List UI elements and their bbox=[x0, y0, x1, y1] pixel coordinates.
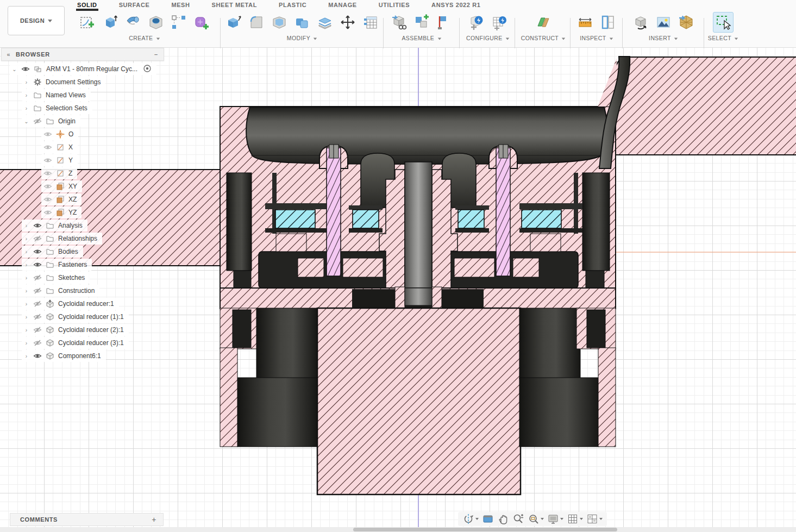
viewports-icon[interactable] bbox=[585, 512, 604, 525]
bearing-inner-left[interactable] bbox=[353, 210, 379, 228]
caret-right-icon[interactable]: › bbox=[22, 275, 31, 281]
revolve-icon[interactable] bbox=[123, 12, 143, 33]
browser-row-document-settings[interactable]: ›Document Settings bbox=[1, 76, 164, 89]
caret-right-icon[interactable]: › bbox=[22, 92, 31, 98]
tab-mesh[interactable]: MESH bbox=[170, 0, 191, 9]
shell-icon[interactable] bbox=[269, 12, 290, 33]
browser-header[interactable]: « BROWSER – bbox=[1, 48, 164, 61]
browser-row-cycloidal-reducer-1[interactable]: ›Cycloidal reducer:1 bbox=[1, 297, 164, 310]
comments-bar[interactable]: COMMENTS + bbox=[10, 513, 164, 526]
group-label-inspect[interactable]: INSPECT bbox=[573, 35, 620, 41]
bearing-spacer-right[interactable] bbox=[530, 234, 561, 252]
right-arm-section[interactable] bbox=[616, 57, 796, 155]
browser-row-origin[interactable]: ⌄Origin bbox=[1, 115, 164, 128]
measure-icon[interactable] bbox=[575, 12, 596, 33]
form-icon[interactable] bbox=[191, 12, 212, 33]
shoulder-bolt-right[interactable] bbox=[496, 148, 510, 276]
pillar-right-upper[interactable] bbox=[519, 308, 580, 379]
browser-row-cycloidal-reducer-3-1[interactable]: ›Cycloidal reducer (3):1 bbox=[1, 336, 164, 349]
outer-wall-left-lower[interactable] bbox=[220, 348, 237, 447]
browser-row-xz[interactable]: XZ bbox=[1, 193, 164, 206]
shoulder-bolt-left[interactable] bbox=[327, 148, 341, 276]
pattern-icon[interactable] bbox=[168, 12, 189, 33]
browser-row-sketches[interactable]: ›Sketches bbox=[1, 271, 164, 284]
center-shaft[interactable] bbox=[405, 162, 432, 304]
combine-icon[interactable] bbox=[292, 12, 312, 33]
configuration-icon[interactable] bbox=[466, 12, 487, 33]
browser-row-analysis[interactable]: ›Analysis bbox=[1, 219, 164, 232]
browser-row-component6-1[interactable]: ›Component6:1 bbox=[1, 349, 164, 362]
browser-row-fasteners[interactable]: ›Fasteners bbox=[1, 258, 164, 271]
hole-icon[interactable] bbox=[146, 12, 166, 33]
pan-icon[interactable] bbox=[496, 512, 510, 525]
browser-row-relationships[interactable]: ›Relationships bbox=[1, 232, 164, 245]
group-label-insert[interactable]: INSERT bbox=[625, 35, 702, 41]
pillar-left-lower[interactable] bbox=[237, 378, 317, 447]
caret-right-icon[interactable]: › bbox=[22, 236, 31, 242]
browser-row-cycloidal-reducer-2-1[interactable]: ›Cycloidal reducer (2):1 bbox=[1, 323, 164, 336]
browser-minimize-icon[interactable]: – bbox=[154, 51, 158, 58]
insert-mcmaster-icon[interactable] bbox=[676, 12, 697, 33]
caret-right-icon[interactable]: › bbox=[22, 327, 31, 333]
browser-row-xy[interactable]: XY bbox=[1, 180, 164, 193]
browser-row-bodies[interactable]: ›Bodies bbox=[1, 245, 164, 258]
group-label-create[interactable]: CREATE bbox=[71, 35, 218, 41]
bolt-slot-right[interactable] bbox=[587, 310, 605, 348]
bearing-inner-right[interactable] bbox=[458, 210, 484, 228]
group-label-construct[interactable]: CONSTRUCT bbox=[517, 35, 569, 41]
pillar-right-lower[interactable] bbox=[519, 378, 599, 447]
tab-sheet-metal[interactable]: SHEET METAL bbox=[211, 0, 258, 9]
group-label-assemble[interactable]: ASSEMBLE bbox=[386, 35, 457, 41]
group-label-select[interactable]: SELECT bbox=[706, 35, 740, 41]
grid-settings-icon[interactable] bbox=[566, 512, 584, 525]
tab-manage[interactable]: MANAGE bbox=[327, 0, 358, 9]
look-at-icon[interactable] bbox=[481, 512, 495, 525]
bearing-spacer-left[interactable] bbox=[276, 234, 306, 252]
press-pull-icon[interactable] bbox=[223, 12, 244, 33]
shaft-stub[interactable] bbox=[405, 288, 432, 305]
caret-down-icon[interactable]: ⌄ bbox=[22, 118, 31, 124]
section-analysis-icon[interactable] bbox=[598, 12, 618, 33]
bolt-slot-left[interactable] bbox=[233, 310, 251, 348]
caret-right-icon[interactable]: › bbox=[22, 105, 31, 111]
display-settings-icon[interactable] bbox=[546, 512, 565, 525]
tab-utilities[interactable]: UTILITIES bbox=[378, 0, 411, 9]
add-comment-icon[interactable]: + bbox=[152, 515, 156, 524]
select-icon[interactable] bbox=[713, 12, 734, 33]
browser-row-construction[interactable]: ›Construction bbox=[1, 284, 164, 297]
dark-column-left[interactable] bbox=[227, 173, 252, 271]
caret-right-icon[interactable]: › bbox=[22, 314, 31, 320]
insert-canvas-icon[interactable] bbox=[653, 12, 674, 33]
tab-solid[interactable]: SOLID bbox=[76, 0, 98, 11]
joint-origin-icon[interactable] bbox=[434, 12, 455, 33]
zoom-icon[interactable] bbox=[511, 512, 525, 525]
orbit-icon[interactable] bbox=[461, 512, 480, 525]
extrude-icon[interactable] bbox=[100, 12, 121, 33]
caret-right-icon[interactable]: › bbox=[22, 223, 31, 229]
configuration-table-icon[interactable] bbox=[489, 12, 510, 33]
browser-row-arm-v1-80mm-regular-cyc-[interactable]: ⌄ARM V1 - 80mm Regular Cyc... bbox=[1, 62, 164, 76]
carrier-inset-section[interactable] bbox=[513, 258, 539, 277]
browser-collapse-icon[interactable]: « bbox=[2, 51, 16, 58]
timeline-scrollbar[interactable] bbox=[0, 527, 796, 532]
activate-component-radio[interactable] bbox=[143, 64, 152, 74]
tab-plastic[interactable]: PLASTIC bbox=[278, 0, 308, 9]
browser-row-cycloidal-reducer-1-1[interactable]: ›Cycloidal reducer (1):1 bbox=[1, 310, 164, 323]
create-sketch-icon[interactable] bbox=[77, 12, 98, 33]
timeline-scrollbar-thumb[interactable] bbox=[353, 528, 617, 531]
caret-down-icon[interactable]: ⌄ bbox=[10, 66, 19, 72]
carrier-inset-section[interactable] bbox=[343, 258, 383, 277]
caret-right-icon[interactable]: › bbox=[22, 288, 31, 294]
caret-right-icon[interactable]: › bbox=[22, 249, 31, 255]
caret-right-icon[interactable]: › bbox=[22, 353, 31, 359]
offset-face-icon[interactable] bbox=[315, 12, 335, 33]
insert-derive-icon[interactable] bbox=[630, 12, 651, 33]
dark-column-right[interactable] bbox=[582, 173, 610, 271]
construction-plane-icon[interactable] bbox=[533, 12, 554, 33]
caret-right-icon[interactable]: › bbox=[22, 262, 31, 268]
pillar-left-upper[interactable] bbox=[256, 308, 317, 379]
browser-row-y[interactable]: Y bbox=[1, 154, 164, 167]
browser-row-z[interactable]: Z bbox=[1, 167, 164, 180]
browser-row-selection-sets[interactable]: ›Selection Sets bbox=[1, 102, 164, 115]
bearing-outer-left[interactable] bbox=[275, 210, 315, 228]
